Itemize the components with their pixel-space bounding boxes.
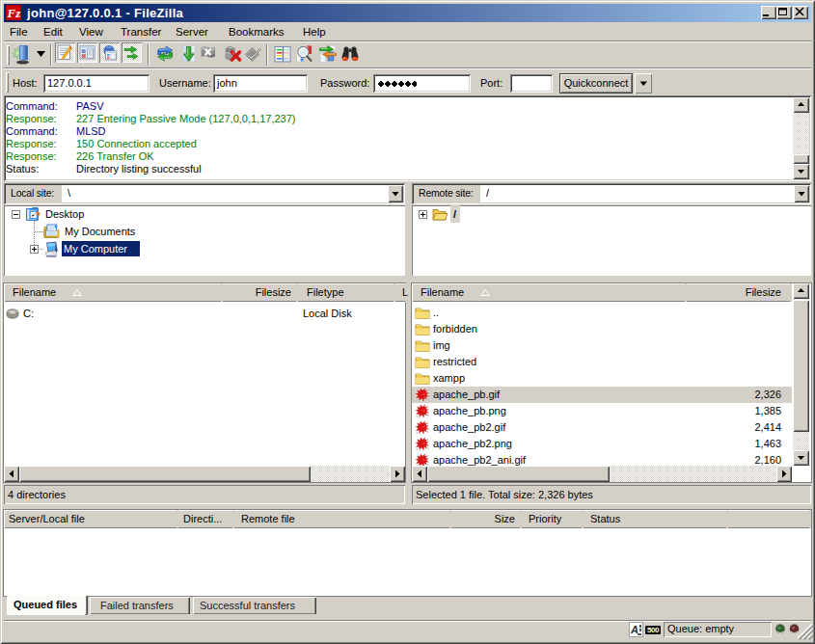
svg-text:Fz: Fz: [7, 6, 22, 20]
